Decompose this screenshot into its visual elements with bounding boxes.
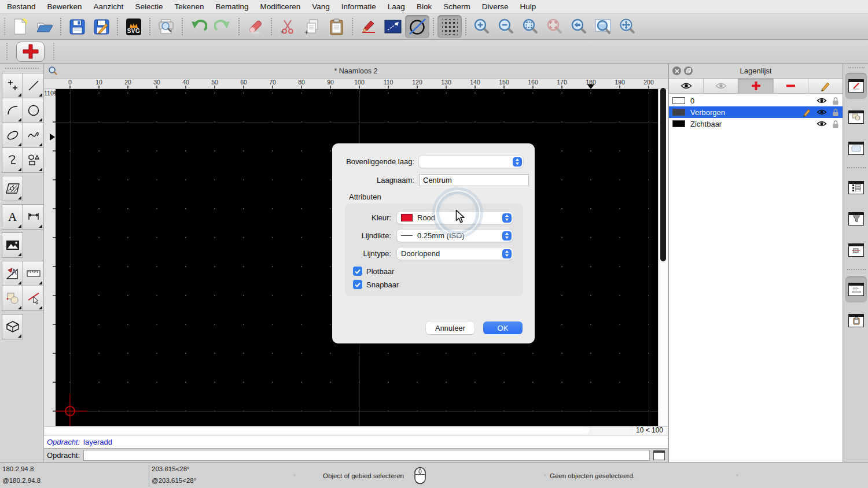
layer-lock-icon[interactable] bbox=[832, 120, 839, 128]
crosshair-tool-button[interactable] bbox=[16, 42, 45, 62]
save-as-button[interactable] bbox=[89, 15, 113, 38]
arc-tool-button[interactable] bbox=[2, 98, 23, 123]
layer-lock-icon[interactable] bbox=[832, 108, 839, 117]
add-layer-button[interactable] bbox=[738, 79, 773, 93]
toolbar-handle[interactable] bbox=[6, 43, 8, 60]
menu-item[interactable]: Laag bbox=[382, 2, 411, 11]
checkbox-row[interactable]: Snapbaar bbox=[353, 280, 513, 289]
measure-distance-button[interactable] bbox=[381, 15, 405, 38]
command-input[interactable] bbox=[83, 450, 650, 461]
menu-item[interactable]: Selectie bbox=[129, 2, 168, 11]
line-tool-button[interactable] bbox=[23, 73, 44, 98]
new-file-button[interactable] bbox=[8, 15, 32, 38]
text-tool-button[interactable]: A bbox=[2, 204, 23, 230]
cancel-button[interactable]: Annuleer bbox=[426, 321, 475, 334]
layer-row[interactable]: Zichtbaar bbox=[669, 118, 843, 130]
trim-tool-button[interactable] bbox=[23, 286, 44, 311]
layer-row[interactable]: Verborgen bbox=[669, 106, 843, 118]
print-preview-button[interactable] bbox=[154, 15, 178, 38]
open-file-button[interactable] bbox=[32, 15, 57, 38]
show-all-layers-button[interactable] bbox=[669, 79, 704, 93]
polygon-shapes-tool-button[interactable] bbox=[23, 147, 44, 173]
menu-item[interactable]: Blok bbox=[411, 2, 437, 11]
layer-visibility-eye-icon[interactable] bbox=[816, 120, 827, 127]
menu-item[interactable]: Bemating bbox=[209, 2, 254, 11]
command-window-button[interactable] bbox=[653, 450, 665, 460]
vertical-scrollbar-thumb[interactable] bbox=[660, 88, 666, 261]
linetype-select[interactable]: Doorlopend bbox=[397, 247, 513, 260]
layer-row[interactable]: 0 bbox=[669, 95, 843, 106]
solid-box-tool-button[interactable] bbox=[2, 314, 23, 339]
clipboard-panel-button[interactable] bbox=[845, 308, 867, 334]
layer-visibility-eye-icon[interactable] bbox=[816, 109, 827, 116]
ellipse-tool-button[interactable] bbox=[2, 123, 23, 148]
detach-panel-button[interactable] bbox=[684, 66, 693, 75]
vertical-scrollbar[interactable] bbox=[658, 89, 668, 426]
measurement-panel-button[interactable] bbox=[845, 237, 867, 263]
zoom-pan-button[interactable] bbox=[616, 15, 640, 38]
dimension-tool-button[interactable] bbox=[23, 204, 44, 230]
remove-layer-button[interactable] bbox=[774, 79, 808, 93]
checkbox-row[interactable]: Plotbaar bbox=[353, 267, 513, 276]
image-tool-button[interactable] bbox=[2, 232, 23, 258]
dock-handle[interactable] bbox=[848, 67, 865, 68]
drafting-tools-button[interactable] bbox=[2, 261, 23, 286]
draw-pencil-button[interactable] bbox=[356, 15, 381, 38]
filter-panel-button[interactable] bbox=[845, 206, 867, 232]
menu-item[interactable]: Tekenen bbox=[168, 2, 209, 11]
undo-button[interactable] bbox=[186, 15, 211, 38]
cut-button[interactable] bbox=[275, 15, 300, 38]
toolbar-handle[interactable] bbox=[53, 43, 54, 60]
paste-button[interactable] bbox=[324, 15, 348, 38]
close-panel-button[interactable] bbox=[672, 66, 681, 75]
edit-layer-button[interactable] bbox=[808, 79, 843, 93]
ok-button[interactable]: OK bbox=[483, 321, 523, 334]
svg-export-button[interactable]: SVG bbox=[122, 15, 146, 38]
zoom-in-button[interactable] bbox=[470, 15, 494, 38]
horizontal-scrollbar[interactable]: 10 < 100 bbox=[44, 426, 668, 435]
menu-item[interactable]: Modificeren bbox=[255, 2, 307, 11]
zoom-previous-button[interactable] bbox=[567, 15, 591, 38]
menu-item[interactable]: Bewerken bbox=[42, 2, 88, 11]
hide-all-layers-button[interactable] bbox=[704, 79, 738, 93]
zoom-auto-button[interactable] bbox=[518, 15, 543, 38]
zoom-out-button[interactable] bbox=[494, 15, 518, 38]
zoom-window-button[interactable] bbox=[591, 15, 616, 38]
copy-button[interactable] bbox=[300, 15, 324, 38]
eraser-button[interactable] bbox=[243, 15, 267, 38]
hatch-tool-button[interactable] bbox=[2, 176, 23, 201]
horizontal-scrollbar-thumb[interactable] bbox=[45, 427, 589, 434]
zoom-selection-button[interactable] bbox=[543, 15, 567, 38]
circle-tool-button[interactable] bbox=[23, 98, 44, 123]
grid-meta-line bbox=[70, 89, 71, 426]
polyline-tool-button[interactable] bbox=[2, 147, 23, 173]
menu-item[interactable]: Hulp bbox=[514, 2, 542, 11]
menu-item[interactable]: Aanzicht bbox=[88, 2, 130, 11]
layer-name-input[interactable] bbox=[419, 174, 529, 186]
checkbox[interactable] bbox=[353, 267, 362, 276]
preview-panel-button[interactable] bbox=[845, 135, 867, 161]
checkbox[interactable] bbox=[353, 280, 362, 289]
menu-item[interactable]: Bestand bbox=[1, 2, 42, 11]
menu-item[interactable]: Vang bbox=[306, 2, 336, 11]
measure-ruler-button[interactable] bbox=[23, 261, 44, 286]
grid-toggle-button[interactable] bbox=[437, 15, 462, 38]
redo-button[interactable] bbox=[211, 15, 235, 38]
points-tool-button[interactable] bbox=[2, 73, 23, 98]
save-button[interactable] bbox=[65, 15, 89, 38]
command-panel-button[interactable] bbox=[845, 276, 867, 302]
palette-handle[interactable] bbox=[5, 68, 39, 69]
menu-item[interactable]: Diverse bbox=[476, 2, 514, 11]
layer-lock-icon[interactable] bbox=[832, 97, 839, 105]
menu-item[interactable]: Scherm bbox=[437, 2, 476, 11]
menu-item[interactable]: Informatie bbox=[336, 2, 382, 11]
list-panel-button[interactable] bbox=[845, 175, 867, 201]
layer-visibility-eye-icon[interactable] bbox=[816, 97, 827, 104]
properties-panel-button[interactable] bbox=[845, 73, 867, 99]
modify-circle-button[interactable] bbox=[405, 15, 429, 38]
toolbar-handle[interactable] bbox=[4, 18, 5, 35]
parent-layer-select[interactable] bbox=[419, 156, 523, 168]
blocks-panel-button[interactable] bbox=[845, 104, 867, 130]
spline-tool-button[interactable] bbox=[23, 123, 44, 148]
modify-shapes-button[interactable] bbox=[2, 286, 23, 311]
